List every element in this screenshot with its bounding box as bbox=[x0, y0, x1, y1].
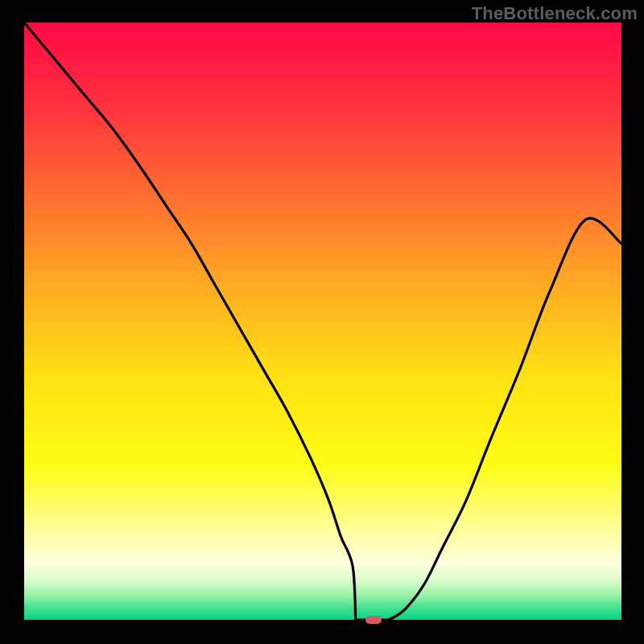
chart-frame: TheBottleneck.com bbox=[0, 0, 644, 644]
bottleneck-curve bbox=[24, 23, 621, 620]
watermark-text: TheBottleneck.com bbox=[472, 3, 638, 24]
plot-area bbox=[24, 23, 621, 620]
optimal-marker bbox=[365, 616, 382, 624]
